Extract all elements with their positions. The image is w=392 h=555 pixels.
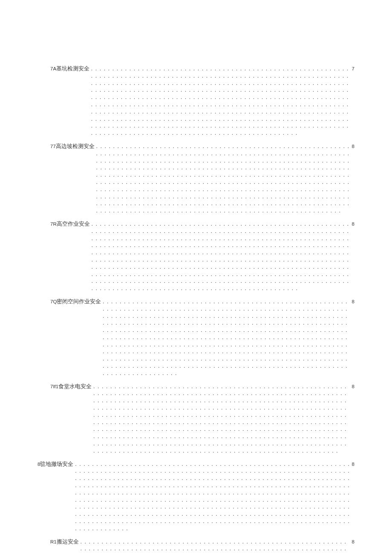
toc-page-number: 8 — [352, 143, 355, 150]
toc-leader-dots — [93, 383, 350, 455]
toc-page-number: 8 — [352, 461, 355, 468]
toc-page-number: 8 — [352, 538, 355, 545]
toc-entry: 8 驻地撤场安全 8 — [37, 460, 355, 532]
toc-prefix: R1 — [50, 538, 57, 545]
toc-entry: 7A 基坑检测安全 7 — [37, 65, 355, 137]
toc-leader-dots — [75, 461, 350, 532]
document-page: 7A 基坑检测安全 7 77 高边坡检测安全 8 7R 高空作业安全 8 7Q … — [0, 0, 392, 555]
toc-leader-dots — [92, 221, 350, 292]
toc-label: 驻地撤场安全 — [40, 460, 73, 468]
toc-prefix: 7A — [50, 65, 56, 72]
toc-label: 高空作业安全 — [57, 220, 90, 228]
toc-entry: 77 高边坡检测安全 8 — [37, 142, 355, 215]
toc-prefix: 7If1 — [50, 383, 58, 390]
toc-prefix: 77 — [50, 143, 56, 150]
toc-page-number: 8 — [352, 298, 355, 305]
toc-entry: R1 搬运安全 8 — [37, 538, 355, 555]
toc-page-number: 8 — [352, 383, 355, 390]
toc-entry: 7Q 密闭空间作业安全 8 — [37, 298, 355, 377]
toc-prefix: 7Q — [50, 298, 57, 305]
toc-label: 搬运安全 — [57, 538, 79, 546]
toc-label: 密闭空间作业安全 — [57, 298, 101, 305]
toc-entry: 7R 高空作业安全 8 — [37, 220, 355, 292]
toc-leader-dots — [103, 298, 350, 377]
toc-prefix: 7R — [50, 221, 57, 227]
toc-page-number: 8 — [352, 221, 355, 227]
toc-entry: 7If1 食堂水电安全 8 — [37, 383, 355, 455]
toc-leader-dots — [91, 65, 350, 137]
toc-leader-dots — [96, 143, 350, 215]
toc-leader-dots — [81, 538, 350, 555]
table-of-contents: 7A 基坑检测安全 7 77 高边坡检测安全 8 7R 高空作业安全 8 7Q … — [37, 65, 355, 555]
toc-label: 基坑检测安全 — [56, 65, 89, 73]
toc-label: 食堂水电安全 — [58, 383, 92, 390]
toc-page-number: 7 — [352, 65, 355, 72]
toc-label: 高边坡检测安全 — [56, 142, 95, 150]
